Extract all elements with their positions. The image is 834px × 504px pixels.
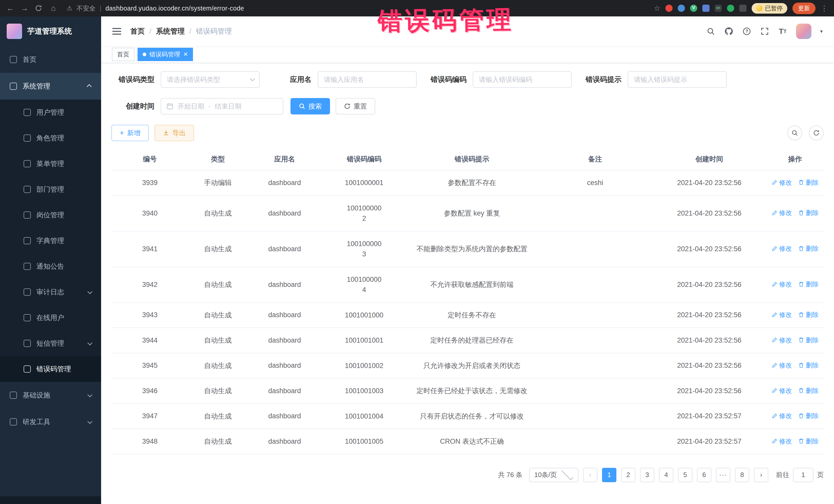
trash-icon (798, 246, 804, 252)
next-page-button[interactable]: › (754, 468, 768, 482)
refresh-table-button[interactable] (809, 126, 824, 140)
sidebar-item-menu-list[interactable]: 菜单管理 (0, 151, 101, 177)
edit-button[interactable]: 修改 (771, 310, 792, 319)
trash-icon (798, 438, 804, 444)
extension-icon-on[interactable] (715, 5, 722, 12)
toggle-search-button[interactable] (787, 126, 802, 140)
help-icon[interactable]: ? (742, 27, 751, 36)
page-button-4[interactable]: 4 (659, 468, 673, 482)
edit-button[interactable]: 修改 (771, 437, 792, 445)
fullscreen-icon[interactable] (760, 27, 769, 36)
edit-button[interactable]: 修改 (771, 178, 792, 187)
delete-button[interactable]: 删除 (798, 361, 819, 370)
page-size-select[interactable]: 10条/页 (529, 468, 578, 482)
sidebar-item-home[interactable]: 首页 (0, 46, 101, 73)
sidebar-item-error-code[interactable]: 错误码管理 (0, 356, 101, 382)
sidebar-item-infra[interactable]: 基础设施 (0, 382, 101, 409)
cell-time: 2021-04-20 23:52:56 (653, 328, 766, 353)
browser-update-button[interactable]: 更新 (792, 3, 815, 14)
page-button-5[interactable]: 5 (678, 468, 692, 482)
delete-button[interactable]: 删除 (798, 178, 819, 187)
cell-msg: 不允许获取敏感配置到前端 (407, 267, 537, 303)
delete-button[interactable]: 删除 (798, 310, 819, 319)
edit-button-label: 修改 (779, 280, 792, 288)
sidebar-item-audit-log[interactable]: 审计日志 (0, 279, 101, 305)
add-button[interactable]: + 新增 (111, 125, 149, 141)
prev-page-button[interactable]: ‹ (583, 468, 597, 482)
sidebar-item-department[interactable]: 部门管理 (0, 177, 101, 202)
tab-首页[interactable]: 首页 (112, 48, 134, 61)
error-code-input[interactable] (473, 71, 572, 88)
reload-icon[interactable] (35, 5, 43, 12)
cell-type: 自动生成 (188, 267, 247, 303)
delete-button-label: 删除 (806, 412, 819, 420)
font-size-icon[interactable]: TT (778, 27, 787, 36)
edit-button[interactable]: 修改 (771, 361, 792, 370)
edit-button[interactable]: 修改 (771, 336, 792, 344)
avatar[interactable] (796, 24, 811, 39)
breadcrumb-item[interactable]: 首页 (130, 26, 145, 36)
page-button-3[interactable]: 3 (640, 468, 654, 482)
extension-icon-red[interactable] (665, 5, 673, 12)
pager-ellipsis[interactable]: ··· (716, 468, 730, 482)
search-button[interactable]: 搜索 (290, 98, 330, 114)
delete-button[interactable]: 删除 (798, 387, 819, 395)
app-name-input[interactable] (318, 71, 417, 88)
sidebar-collapse-bar[interactable] (0, 496, 101, 504)
logo[interactable]: 芋道管理系统 (0, 17, 101, 46)
browser-menu-icon[interactable]: ⋮ (821, 4, 828, 13)
cell-actions: 修改 删除 (766, 303, 824, 328)
delete-button[interactable]: 删除 (798, 336, 819, 344)
breadcrumb-item[interactable]: 系统管理 (156, 26, 185, 36)
page-button-8[interactable]: 8 (735, 468, 749, 482)
close-icon[interactable]: ✕ (183, 51, 188, 57)
forward-icon[interactable]: → (21, 4, 29, 13)
paused-badge[interactable]: 已暂停 (752, 3, 787, 14)
edit-button[interactable]: 修改 (771, 412, 792, 420)
sidebar-item-dict[interactable]: 字典管理 (0, 228, 101, 254)
delete-button[interactable]: 删除 (798, 209, 819, 217)
edit-button[interactable]: 修改 (771, 209, 792, 217)
search-icon[interactable] (706, 27, 716, 36)
sidebar-item-user[interactable]: 用户管理 (0, 100, 101, 125)
delete-button[interactable]: 删除 (798, 244, 819, 253)
error-msg-input[interactable] (628, 71, 727, 88)
sidebar-item-online-user[interactable]: 在线用户 (0, 305, 101, 330)
bookmark-star-icon[interactable]: ☆ (654, 4, 660, 13)
extension-icon-blue[interactable] (678, 5, 685, 12)
address-bar[interactable]: ⚠ 不安全 | dashboard.yudao.iocoder.cn/syste… (67, 4, 648, 13)
vue-devtools-icon[interactable] (690, 5, 697, 12)
delete-button[interactable]: 删除 (798, 280, 819, 288)
cell-remark: ceshi (537, 170, 653, 196)
page-button-2[interactable]: 2 (621, 468, 635, 482)
extension-icon-grid[interactable] (702, 5, 709, 12)
extensions-puzzle-icon[interactable] (739, 5, 746, 12)
home-icon[interactable]: ⌂ (49, 4, 58, 13)
export-button[interactable]: 导出 (154, 125, 194, 141)
back-icon[interactable]: ← (6, 4, 14, 13)
page-button-6[interactable]: 6 (697, 468, 711, 482)
logo-title: 芋道管理系统 (27, 26, 72, 37)
edit-button[interactable]: 修改 (771, 244, 792, 253)
edit-button[interactable]: 修改 (771, 387, 792, 395)
edit-button[interactable]: 修改 (771, 280, 792, 288)
github-icon[interactable] (724, 27, 733, 36)
pagination-total: 共 76 条 (498, 470, 523, 479)
goto-page-input[interactable] (793, 468, 813, 482)
extension-icon-green[interactable] (727, 5, 734, 12)
sidebar-item-notice[interactable]: 通知公告 (0, 254, 101, 279)
page-button-1[interactable]: 1 (602, 468, 616, 482)
sidebar-item-dev-tools[interactable]: 研发工具 (0, 409, 101, 435)
delete-button[interactable]: 删除 (798, 437, 819, 445)
sidebar-item-sms[interactable]: 短信管理 (0, 330, 101, 356)
date-range-picker[interactable]: 开始日期 - 结束日期 (161, 98, 283, 114)
tab-错误码管理[interactable]: 错误码管理 ✕ (137, 48, 193, 61)
error-type-select[interactable]: 请选择错误码类型 (161, 71, 260, 88)
reset-button[interactable]: 重置 (336, 98, 375, 114)
hamburger-icon[interactable] (112, 28, 121, 35)
sidebar-item-system-gear[interactable]: 系统管理 (0, 73, 101, 100)
sidebar-item-role[interactable]: 角色管理 (0, 125, 101, 151)
sidebar-item-post[interactable]: 岗位管理 (0, 202, 101, 228)
delete-button[interactable]: 删除 (798, 412, 819, 420)
avatar-caret-icon[interactable]: ▾ (820, 28, 823, 35)
